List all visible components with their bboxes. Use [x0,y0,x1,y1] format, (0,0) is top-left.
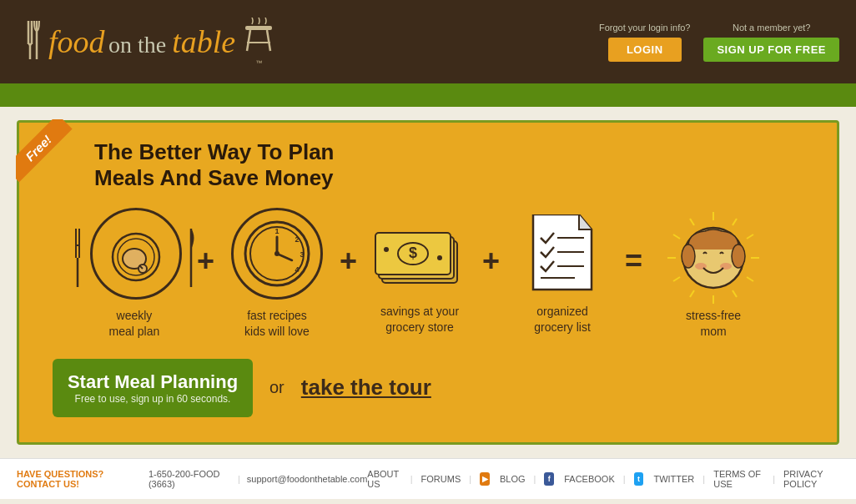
terms-link[interactable]: TERMS OF USE [713,469,764,489]
start-btn-title: Start Meal Planning [68,371,238,393]
face-svg [680,224,747,291]
svg-text:1: 1 [274,227,279,235]
icon-savings: $ savings at yourgrocery store [365,212,474,334]
footer-left: HAVE QUESTIONS? CONTACT US! 1-650-200-FO… [17,469,367,489]
plate-svg [103,220,169,287]
checklist-svg [529,214,596,294]
footer-sep5: | [534,474,536,484]
signup-col: Not a member yet? SIGN UP FOR FREE [703,23,839,62]
hero-box: Free! The Better Way To Plan Meals And S… [17,120,839,445]
free-ribbon: Free! [16,119,83,186]
weekly-meal-label: weeklymeal plan [109,308,160,338]
footer-sep8: | [773,474,775,484]
login-button[interactable]: LOGIN [608,38,682,62]
footer-sep6: | [623,474,626,484]
svg-point-33 [384,247,389,252]
money-container: $ [370,212,470,295]
svg-point-27 [274,251,279,256]
twitter-link[interactable]: TWITTER [653,474,694,484]
forums-link[interactable]: FORUMS [421,474,461,484]
svg-line-47 [673,277,680,281]
signup-button[interactable]: SIGN UP FOR FREE [703,38,839,62]
clock-svg: 1 2 3 4 [240,217,314,290]
footer-right: ABOUT US | FORUMS | ▶ BLOG | f FACEBOOK … [367,469,839,489]
svg-line-44 [733,290,737,297]
grocery-list-label: organizedgrocery list [534,304,591,334]
nav-bar [0,83,856,107]
tm-mark: ™ [255,59,262,67]
plus-1: + [197,244,214,279]
table-steam-icon: ™ [244,18,274,67]
svg-line-41 [747,234,753,239]
mom-container [659,208,768,308]
icon-stress-free: stress-freemom [651,208,776,338]
facebook-icon: f [544,472,554,486]
svg-text:2: 2 [295,235,299,244]
stress-free-label: stress-freemom [686,308,741,338]
money-svg: $ [374,220,466,287]
svg-line-49 [673,234,680,239]
svg-point-52 [682,244,695,268]
footer-sep7: | [702,474,705,484]
header-right: Forgot your login info? LOGIN Not a memb… [599,23,839,62]
plus-2: + [340,244,357,279]
clock-circle: 1 2 3 4 [231,208,323,300]
logo-text: food on the table [48,23,235,60]
icon-grocery-list: organizedgrocery list [508,212,617,334]
icons-row: weeklymeal plan + 1 2 3 4 [44,208,812,338]
svg-line-6 [247,30,250,51]
plus-3: + [482,244,500,279]
footer-sep3: | [410,474,413,484]
footer-sep1: | [238,474,240,484]
rss-icon: ▶ [480,472,490,486]
action-row: Start Meal Planning Free to use, sign up… [53,359,812,417]
svg-point-53 [732,244,745,268]
free-label: Free! [16,119,73,182]
svg-line-46 [690,290,694,297]
footer: HAVE QUESTIONS? CONTACT US! 1-650-200-FO… [0,458,856,499]
main-content: Free! The Better Way To Plan Meals And S… [0,107,856,458]
fork-icon [72,224,87,291]
forgot-text: Forgot your login info? [599,23,690,33]
logo-area: food on the table ™ [25,18,274,67]
svg-line-7 [267,30,270,51]
facebook-link[interactable]: FACEBOOK [564,474,615,484]
not-member-text: Not a member yet? [733,23,811,33]
footer-sep4: | [469,474,471,484]
tour-link[interactable]: take the tour [301,375,431,401]
or-text: or [269,378,284,397]
checklist-container [521,212,604,295]
svg-text:3: 3 [300,250,304,259]
header: food on the table ™ Forgot you [0,0,856,83]
footer-phone: 1-650-200-FOOD (3663) [149,469,231,489]
fast-recipes-label: fast recipeskids will love [244,308,310,338]
plate-circle [90,208,182,300]
svg-rect-5 [245,26,272,30]
hero-title: The Better Way To Plan Meals And Save Mo… [94,139,812,191]
contact-link[interactable]: HAVE QUESTIONS? CONTACT US! [17,469,142,489]
knife-icon [185,224,197,291]
svg-text:$: $ [409,244,417,261]
login-col: Forgot your login info? LOGIN [599,23,690,62]
start-btn-sub: Free to use, sign up in 60 seconds. [75,393,231,405]
svg-point-34 [437,255,442,260]
support-email[interactable]: support@foodonthetable.com [247,474,367,484]
start-planning-button[interactable]: Start Meal Planning Free to use, sign up… [53,359,253,417]
icon-fast-recipes: 1 2 3 4 fast recipeskids will love [223,208,331,338]
equals: = [625,244,642,279]
twitter-icon: t [634,472,644,486]
svg-text:4: 4 [295,265,299,274]
icon-weekly-meal: weeklymeal plan [80,208,189,338]
about-link[interactable]: ABOUT US [367,469,401,489]
utensil-icon [25,19,42,65]
privacy-link[interactable]: PRIVACY POLICY [783,469,839,489]
blog-link[interactable]: BLOG [500,474,526,484]
svg-line-43 [747,277,753,281]
savings-label: savings at yourgrocery store [380,304,459,334]
